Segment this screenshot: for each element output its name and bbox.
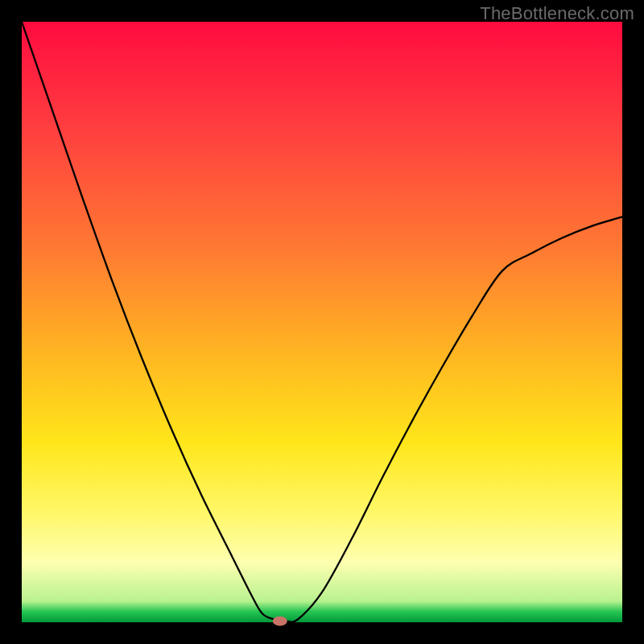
optimal-point-marker — [273, 617, 287, 626]
watermark-text: TheBottleneck.com — [480, 3, 634, 24]
bottleneck-curve — [22, 22, 622, 622]
plot-area — [22, 22, 622, 622]
bottleneck-curve-svg — [22, 22, 622, 622]
chart-frame: TheBottleneck.com — [0, 0, 644, 644]
